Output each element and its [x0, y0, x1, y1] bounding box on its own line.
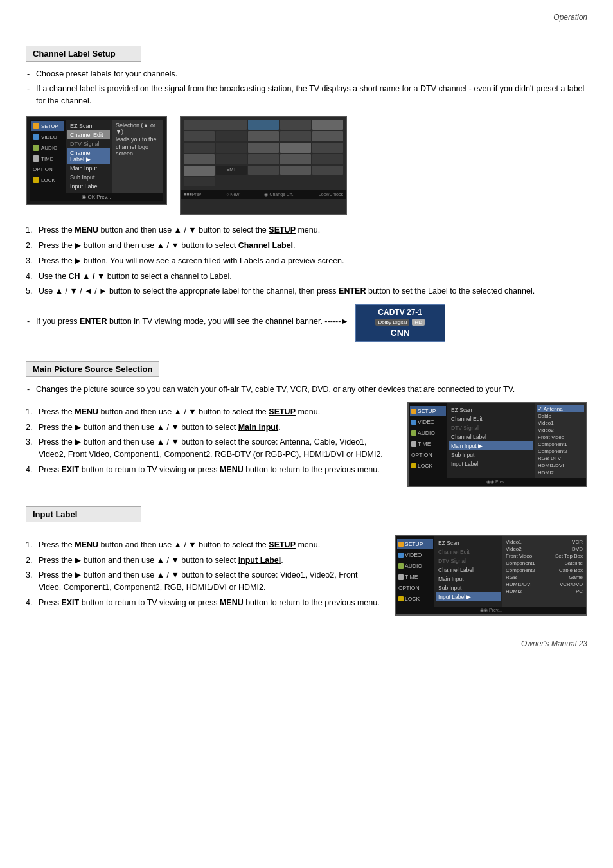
rc19 [312, 154, 343, 164]
step-mp-2: 2. Press the ▶ button and then use ▲ / ▼… [26, 421, 395, 434]
bullet-2: If a channel label is provided on the si… [26, 83, 587, 107]
item-sub-input: Sub Input [67, 173, 110, 182]
footer-text: Owner's Manual 23 [521, 639, 587, 648]
wr-video1: Video1 [537, 420, 584, 427]
rc9 [312, 131, 343, 141]
il-src-video2: Video2 [506, 546, 522, 552]
rc10 [184, 143, 215, 153]
step-cl-4: 4. Use the CH ▲ / ▼ button to select a c… [26, 270, 587, 283]
wc-ez-scan: EZ Scan [449, 405, 533, 414]
wc-dtv-signal: DTV Signal [449, 423, 533, 432]
il-src-hdmi1: HDMI1/DVI [506, 581, 531, 587]
rc2 [248, 120, 279, 130]
il-lbl-hdmi2: PC [576, 589, 583, 594]
tv-il-inner: SETUP VIDEO AUDIO TIME OPTION [396, 536, 586, 607]
tv-il-content: EZ Scan Channel Edit DTV Signal Channel … [434, 536, 502, 607]
rc21: EMT [216, 166, 247, 175]
badge-hd: HD [412, 319, 425, 326]
tv-menu-channel-label: SETUP VIDEO AUDIO TIME OP [26, 116, 167, 205]
rc17 [248, 154, 279, 164]
input-label-steps-col: 1. Press the MENU button and then use ▲ … [26, 535, 382, 616]
step-mp-4: 4. Press EXIT button to return to TV vie… [26, 464, 395, 476]
wr-front-video: Front Video [537, 434, 584, 441]
tv-menu-inner: SETUP VIDEO AUDIO TIME OP [30, 120, 163, 193]
ws-setup: SETUP [410, 406, 446, 416]
page-header: Operation [26, 13, 587, 26]
item-channel-edit: Channel Edit [67, 130, 110, 139]
il-wc-input-label: Input Label ▶ [436, 592, 501, 601]
rc15 [184, 154, 215, 164]
mp-bullet-1: Changes the picture source so you can wa… [26, 384, 587, 396]
rb1: ■■■Prev [184, 192, 201, 197]
il-src-front: Front Video [506, 553, 532, 559]
tv-content-channel-label: EZ Scan Channel Edit DTV Signal Channel … [66, 120, 112, 193]
rc11 [216, 143, 247, 153]
section-input-label: Input Label 1. Press the MENU button and… [26, 506, 587, 616]
rc8 [280, 131, 311, 141]
sidebar-setup: SETUP [31, 121, 64, 131]
main-picture-bullets: Changes the picture source so you can wa… [26, 384, 587, 396]
step-cl-5: 5. Use ▲ / ▼ / ◄ / ► button to select th… [26, 285, 587, 297]
il-lbl-comp1: Satellite [565, 560, 583, 566]
wr-component2: Component2 [537, 448, 584, 455]
ws-audio: AUDIO [410, 428, 446, 438]
section-title-channel-label: Channel Label Setup [26, 46, 141, 62]
tv-bottom-ok: ◉ OK Prev... [30, 193, 163, 201]
rc12 [248, 143, 279, 153]
section-main-picture: Main Picture Source Selection Changes th… [26, 361, 587, 487]
page-footer: Owner's Manual 23 [26, 635, 587, 648]
rc13 [280, 143, 311, 153]
remote-bottom-bar: ■■■Prev ○ New ◉ Change Ch. Lock/Unlock [181, 190, 346, 199]
item-input-label: Input Label [67, 182, 110, 191]
il-ws-audio: AUDIO [397, 561, 433, 571]
item-channel-label: Channel Label ▶ [67, 148, 110, 164]
channel-name: CNN [362, 328, 438, 338]
il-wc-channel-edit: Channel Edit [436, 547, 501, 556]
il-src-video1: Video1 [506, 539, 522, 545]
wc-sub-input: Sub Input [449, 450, 533, 459]
sub-selection: Selection (▲ or ▼) [114, 121, 161, 136]
rc22 [248, 166, 279, 175]
il-row-hdmi1: HDMI1/DVI VCR/DVD [504, 581, 584, 588]
tv-wide-bottom-mp: ◉◉ Prev... [409, 478, 586, 486]
tv-screen-remote: EMT ■■■Prev ○ New ◉ Change Ch. Lock/Unlo… [180, 116, 347, 215]
rc23 [280, 166, 311, 175]
il-row-front-video: Front Video Set Top Box [504, 553, 584, 560]
step-cl-2: 2. Press the ▶ button and then use ▲ / ▼… [26, 240, 587, 252]
sidebar-time: TIME [31, 154, 64, 164]
bullet-1: Choose preset labels for your channels. [26, 68, 587, 80]
il-ws-setup: SETUP [397, 539, 433, 549]
rc20 [184, 166, 215, 176]
item-dtv-signal: DTV Signal [67, 139, 110, 148]
wr-antenna: ✓ Antenna [537, 405, 584, 412]
ws-time: TIME [410, 439, 446, 449]
rc1 [184, 120, 247, 130]
step-il-3: 3. Press the ▶ button and then use ▲ / ▼… [26, 569, 382, 594]
badge-dolby: Dolby Digital [375, 319, 409, 326]
item-main-input: Main Input [67, 164, 110, 173]
tv-il-bottom: ◉◉ Prev... [396, 607, 586, 614]
rb4: Lock/Unlock [319, 192, 343, 197]
il-wc-channel-label: Channel Label [436, 565, 501, 574]
tv-wide-content-mp: EZ Scan Channel Edit DTV Signal Channel … [447, 403, 535, 478]
wc-channel-edit: Channel Edit [449, 414, 533, 423]
step-mp-1: 1. Press the MENU button and then use ▲ … [26, 406, 395, 418]
remote-grid: EMT [181, 117, 346, 189]
rb3: ◉ Change Ch. [264, 192, 293, 197]
il-lbl-comp2: Cable Box [559, 567, 583, 573]
step-mp-3: 3. Press the ▶ button and then use ▲ / ▼… [26, 436, 395, 461]
il-src-comp2: Component2 [506, 567, 535, 573]
channel-number: CADTV 27-1 [362, 308, 438, 317]
ws-option: OPTION [410, 450, 446, 460]
il-src-hdmi2: HDMI2 [506, 589, 522, 594]
il-row-comp1: Component1 Satellite [504, 560, 584, 567]
wc-input-label: Input Label [449, 459, 533, 468]
section-title-input-label: Input Label [26, 506, 141, 522]
rc25 [184, 177, 215, 186]
wr-component1: Component1 [537, 441, 584, 448]
rc7 [248, 131, 279, 141]
tv-menu-wide-inner: SETUP VIDEO AUDIO TIME OPTION [409, 403, 586, 478]
il-row-hdmi2: HDMI2 PC [504, 588, 584, 595]
step-cl-1: 1. Press the MENU button and then use ▲ … [26, 224, 587, 236]
il-lbl-front: Set Top Box [555, 553, 583, 559]
